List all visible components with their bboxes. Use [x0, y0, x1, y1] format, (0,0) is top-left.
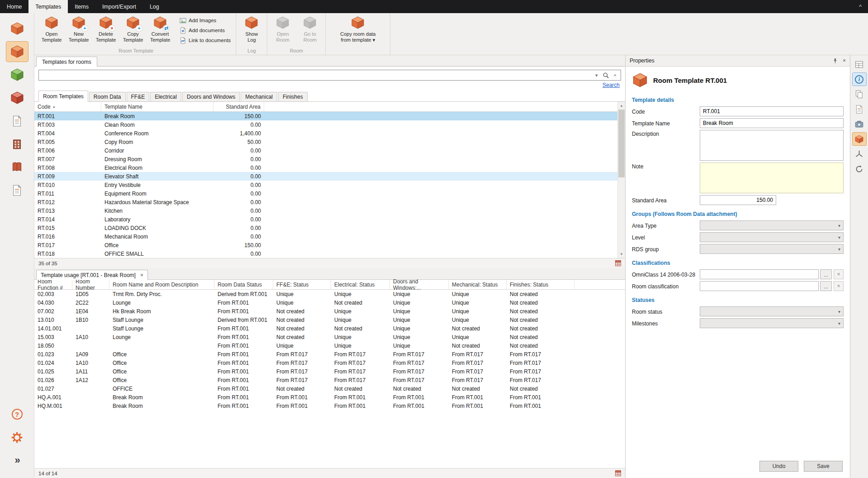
- template-row[interactable]: RT.015 LOADING DOCK 0.00: [34, 224, 625, 232]
- template-row[interactable]: RT.016 Mechanical Room 0.00: [34, 232, 625, 241]
- copy-template-button[interactable]: + Copy Template: [120, 14, 146, 48]
- room-status-select[interactable]: ▾: [700, 306, 844, 316]
- close-usage-tab-icon[interactable]: ×: [140, 272, 143, 278]
- scroll-thumb[interactable]: [618, 110, 625, 177]
- code-input[interactable]: [700, 106, 844, 116]
- panel-layout-button[interactable]: [853, 58, 866, 71]
- level-select[interactable]: ▾: [700, 232, 844, 242]
- usage-row[interactable]: 14.01.001 Staff Lounge From RT.001 Not c…: [34, 324, 625, 333]
- go-to-room-button[interactable]: Go to Room: [297, 14, 323, 48]
- column-header-doors-windows-status[interactable]: Doors and Windows:...: [390, 280, 449, 289]
- usage-row[interactable]: 01.024 1A10 Office From RT.001 From RT.0…: [34, 358, 625, 367]
- sidebar-item-documents[interactable]: [6, 111, 28, 131]
- sidebar-item-building[interactable]: [6, 134, 28, 154]
- open-template-button[interactable]: Open Template: [38, 14, 65, 48]
- room-template-panel-button[interactable]: [853, 133, 866, 145]
- description-textarea[interactable]: [700, 130, 844, 161]
- template-name-input[interactable]: [700, 118, 844, 128]
- images-panel-button[interactable]: [853, 118, 866, 130]
- subtab[interactable]: Doors and Windows: [182, 92, 240, 101]
- template-row[interactable]: RT.014 Laboratory 0.00: [34, 215, 625, 224]
- link-to-documents-button[interactable]: Link to documents: [177, 36, 233, 45]
- close-panel-icon[interactable]: ×: [843, 57, 846, 64]
- scroll-track[interactable]: [618, 110, 625, 250]
- template-row[interactable]: RT.017 Office 150.00: [34, 241, 625, 249]
- clear-search-icon[interactable]: ×: [612, 72, 619, 78]
- usage-row[interactable]: 01.026 1A12 Office From RT.001 From RT.0…: [34, 376, 625, 384]
- pin-panel-icon[interactable]: [832, 58, 838, 64]
- template-row[interactable]: RT.004 Conference Room 1,400.00: [34, 129, 625, 138]
- column-header-mechanical-status[interactable]: Mechanical: Status: [449, 280, 507, 289]
- new-template-button[interactable]: + New Template: [66, 14, 92, 48]
- table-layout-icon[interactable]: [615, 470, 621, 476]
- rds-group-select[interactable]: ▾: [700, 244, 844, 254]
- column-header-ffe-status[interactable]: FF&E: Status: [273, 280, 331, 289]
- notes-panel-button[interactable]: [853, 103, 866, 115]
- omniclass-input[interactable]: [700, 269, 819, 279]
- search-link[interactable]: Search: [602, 82, 620, 88]
- save-button[interactable]: Save: [804, 461, 843, 472]
- template-row[interactable]: RT.018 OFFICE SMALL 0.00: [34, 249, 625, 258]
- scroll-up-icon[interactable]: ▲: [618, 102, 625, 110]
- subtab[interactable]: Room Templates: [38, 91, 88, 102]
- model-panel-button[interactable]: [853, 148, 866, 160]
- column-header-standard-area[interactable]: Standard Area: [213, 102, 264, 111]
- sidebar-item-logs[interactable]: [6, 180, 28, 200]
- template-row[interactable]: RT.012 Hazardous Material Storage Space …: [34, 198, 625, 206]
- add-documents-button[interactable]: Add documents: [177, 26, 233, 35]
- column-header-code[interactable]: Code ▲: [34, 102, 101, 111]
- sidebar-item-rooms[interactable]: [6, 19, 28, 38]
- menu-item[interactable]: Templates: [28, 0, 68, 13]
- usage-row[interactable]: 15.003 1A10 Lounge From RT.001 Not creat…: [34, 333, 625, 341]
- convert-template-button[interactable]: ⇄ Convert Template: [147, 14, 173, 48]
- table-layout-icon[interactable]: [615, 260, 621, 266]
- subtab[interactable]: Mechanical: [241, 92, 277, 101]
- subtab[interactable]: Finishes: [278, 92, 308, 101]
- template-row[interactable]: RT.010 Entry Vestibule 0.00: [34, 181, 625, 189]
- usage-row[interactable]: 04.030 2C22 Lounge From RT.001 Unique No…: [34, 298, 625, 307]
- milestones-select[interactable]: ▾: [700, 318, 844, 328]
- sidebar-item-items[interactable]: [6, 65, 28, 85]
- sidebar-item-products[interactable]: [6, 88, 28, 108]
- column-header-template-name[interactable]: Template Name: [101, 102, 213, 111]
- template-row[interactable]: RT.011 Equipment Room 0.00: [34, 189, 625, 198]
- usage-row[interactable]: 01.025 1A11 Office From RT.001 From RT.0…: [34, 367, 625, 376]
- tab-templates-for-rooms[interactable]: Templates for rooms: [36, 57, 97, 67]
- template-row[interactable]: RT.008 Electrical Room 0.00: [34, 163, 625, 172]
- note-textarea[interactable]: [700, 163, 844, 193]
- sidebar-item-room-templates[interactable]: [6, 42, 28, 62]
- search-input[interactable]: [39, 70, 593, 80]
- search-icon[interactable]: [600, 72, 612, 79]
- search-options-icon[interactable]: ▾: [593, 72, 600, 78]
- delete-template-button[interactable]: × Delete Template: [93, 14, 119, 48]
- template-row[interactable]: RT.001 Break Room 150.00: [34, 112, 625, 120]
- menu-item[interactable]: Items: [68, 0, 95, 13]
- sidebar-item-reports[interactable]: [6, 157, 28, 177]
- template-row[interactable]: RT.009 Elevator Shaft 0.00: [34, 172, 625, 181]
- column-header-finishes-status[interactable]: Finishes: Status: [507, 280, 574, 289]
- info-panel-button[interactable]: i: [853, 73, 866, 86]
- column-header-room-data-status[interactable]: Room Data Status: [214, 280, 273, 289]
- standard-area-input[interactable]: [700, 195, 776, 205]
- subtab[interactable]: Room Data: [89, 92, 126, 101]
- collapse-ribbon-icon[interactable]: ^: [853, 0, 868, 13]
- show-log-button[interactable]: Show Log: [238, 14, 265, 48]
- usage-row[interactable]: 18.050 From RT.001 Unique Unique Unique …: [34, 341, 625, 350]
- help-button[interactable]: ?: [6, 404, 28, 424]
- documents-panel-button[interactable]: [853, 88, 866, 100]
- template-row[interactable]: RT.007 Dressing Room 0.00: [34, 155, 625, 163]
- usage-row[interactable]: 01.027 OFFICE From RT.001 Not created No…: [34, 384, 625, 393]
- room-classification-input[interactable]: [700, 281, 819, 291]
- area-type-select[interactable]: ▾: [700, 220, 844, 230]
- usage-row[interactable]: HQ.A.001 Break Room From RT.001 From RT.…: [34, 393, 625, 402]
- menu-item[interactable]: Import/Export: [95, 0, 143, 13]
- usage-row[interactable]: 02.003 1D05 Trmt Rm. Dirty Proc. Derived…: [34, 290, 625, 298]
- omniclass-browse-button[interactable]: ...: [820, 269, 832, 279]
- copy-room-data-button[interactable]: Copy room data from template ▾: [328, 14, 388, 48]
- settings-button[interactable]: [6, 427, 28, 447]
- column-header-electrical-status[interactable]: Electrical: Status: [331, 280, 390, 289]
- scroll-down-icon[interactable]: ▼: [618, 250, 625, 258]
- usage-row[interactable]: 01.023 1A09 Office From RT.001 From RT.0…: [34, 350, 625, 358]
- menu-item[interactable]: Home: [0, 0, 28, 13]
- tab-template-usage[interactable]: Template usage [RT.001 - Break Room] ×: [36, 270, 148, 280]
